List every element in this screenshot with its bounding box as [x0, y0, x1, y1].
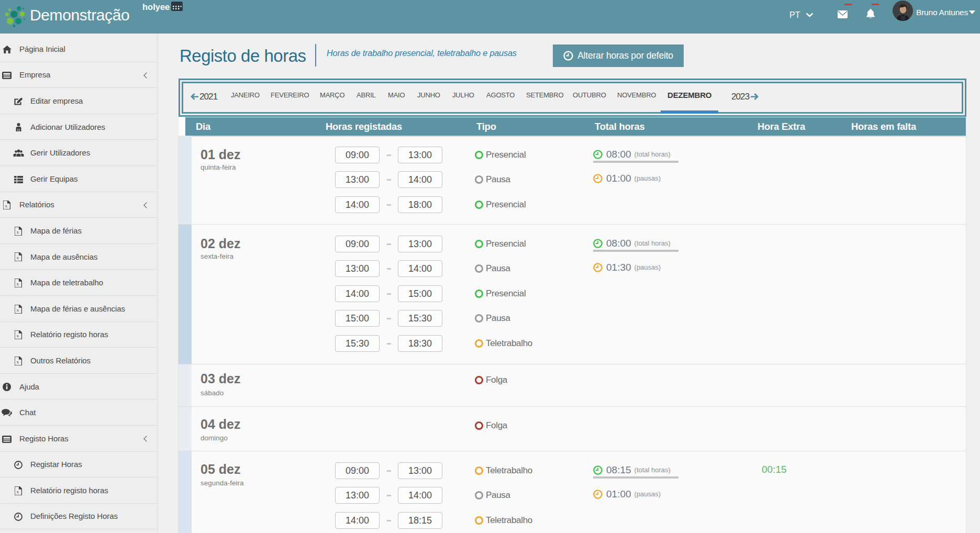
svg-text:x: x	[16, 333, 19, 338]
svg-text:x: x	[16, 256, 19, 261]
svg-text:x: x	[16, 359, 19, 364]
svg-text:x: x	[16, 229, 19, 235]
svg-text:x: x	[16, 281, 19, 286]
svg-text:x: x	[16, 307, 19, 313]
svg-text:x: x	[16, 489, 19, 494]
svg-text:x: x	[5, 204, 7, 209]
